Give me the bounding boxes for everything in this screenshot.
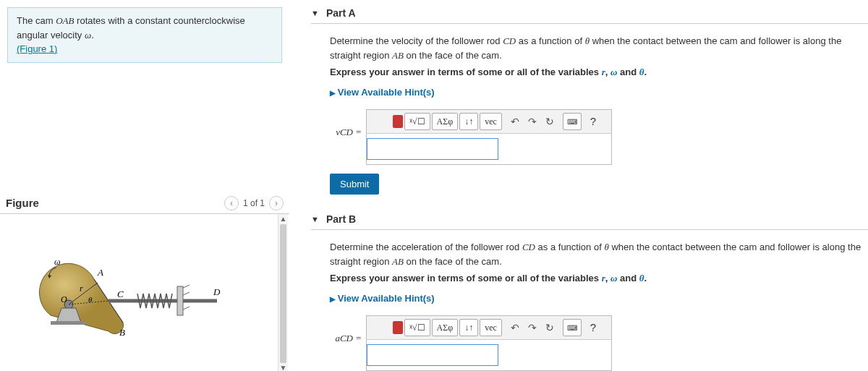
figure-title: Figure bbox=[6, 197, 39, 209]
figure-scrollbar[interactable]: ▲ ▼ bbox=[278, 214, 288, 372]
part-a-header[interactable]: ▼ Part A bbox=[311, 0, 868, 24]
label-C: C bbox=[117, 289, 124, 299]
label-D: D bbox=[213, 286, 221, 297]
figure-prev-button[interactable]: ‹ bbox=[224, 196, 239, 210]
sqrt-button[interactable]: ᵡ√☐ bbox=[404, 113, 430, 130]
label-A: A bbox=[97, 267, 103, 278]
svg-line-9 bbox=[183, 307, 190, 310]
problem-statement: The cam OAB rotates with a constant coun… bbox=[7, 7, 282, 63]
reset-button[interactable]: ↻ bbox=[545, 320, 554, 336]
label-r: r bbox=[80, 283, 83, 294]
redo-button[interactable]: ↷ bbox=[528, 114, 537, 129]
part-a-body: Determine the velocity of the follower r… bbox=[311, 24, 868, 206]
scroll-up-icon[interactable]: ▲ bbox=[278, 214, 288, 224]
help-button[interactable]: ? bbox=[590, 320, 596, 336]
part-a-hints-link[interactable]: View Available Hint(s) bbox=[330, 87, 435, 98]
greek-button[interactable]: ΑΣφ bbox=[432, 113, 459, 130]
label-O: O bbox=[61, 294, 67, 304]
svg-line-7 bbox=[183, 292, 190, 295]
template-icon[interactable] bbox=[393, 115, 403, 128]
part-b-toolbar: ᵡ√☐ ΑΣφ ↓↑ vec ↶ ↷ ↻ ⌨ ? bbox=[367, 316, 611, 340]
keyboard-button[interactable]: ⌨ bbox=[563, 113, 582, 130]
greek-button[interactable]: ΑΣφ bbox=[432, 319, 459, 336]
reset-button[interactable]: ↻ bbox=[545, 114, 554, 129]
caret-down-icon: ▼ bbox=[311, 9, 319, 17]
problem-OAB: OAB bbox=[56, 15, 74, 26]
label-omega: ω bbox=[54, 257, 60, 267]
scroll-down-icon[interactable]: ▼ bbox=[278, 363, 288, 372]
part-a-submit-button[interactable]: Submit bbox=[330, 174, 379, 195]
sqrt-button[interactable]: ᵡ√☐ bbox=[404, 319, 430, 336]
part-a-toolbar: ᵡ√☐ ΑΣφ ↓↑ vec ↶ ↷ ↻ ⌨ ? bbox=[367, 110, 611, 134]
label-theta: θ bbox=[88, 295, 93, 304]
figure-area: ω A O r θ B C D ▲ ▼ bbox=[0, 214, 289, 372]
problem-omega: ω bbox=[85, 30, 91, 40]
part-b-hints-link[interactable]: View Available Hint(s) bbox=[330, 293, 435, 304]
template-icon[interactable] bbox=[393, 321, 403, 334]
problem-text: The cam bbox=[17, 15, 56, 26]
vec-button[interactable]: vec bbox=[480, 113, 502, 130]
part-b-answer-input[interactable] bbox=[367, 344, 498, 366]
redo-button[interactable]: ↷ bbox=[528, 320, 537, 336]
part-b-body: Determine the acceleration of the follow… bbox=[311, 230, 868, 371]
part-a-answer-label: vCD = bbox=[330, 125, 366, 140]
figure-nav-label: 1 of 1 bbox=[243, 198, 265, 208]
help-button[interactable]: ? bbox=[590, 114, 596, 130]
undo-button[interactable]: ↶ bbox=[511, 320, 519, 336]
svg-rect-5 bbox=[177, 286, 183, 315]
cam-diagram: ω A O r θ B C D bbox=[29, 243, 246, 344]
keyboard-button[interactable]: ⌨ bbox=[563, 319, 582, 336]
svg-rect-10 bbox=[51, 321, 87, 325]
vec-button[interactable]: vec bbox=[480, 319, 502, 336]
part-b-answer-box: ᵡ√☐ ΑΣφ ↓↑ vec ↶ ↷ ↻ ⌨ ? bbox=[366, 315, 612, 371]
subsup-button[interactable]: ↓↑ bbox=[459, 319, 478, 336]
part-b-answer-label: aCD = bbox=[330, 331, 366, 346]
part-a-answer-box: ᵡ√☐ ΑΣφ ↓↑ vec ↶ ↷ ↻ ⌨ ? bbox=[366, 109, 612, 165]
part-a-title: Part A bbox=[326, 7, 356, 19]
undo-button[interactable]: ↶ bbox=[511, 114, 519, 129]
subsup-button[interactable]: ↓↑ bbox=[459, 113, 478, 130]
figure-header: Figure ‹ 1 of 1 › bbox=[0, 193, 289, 214]
part-a-answer-input[interactable] bbox=[367, 138, 498, 160]
part-b-title: Part B bbox=[326, 213, 356, 225]
part-b-header[interactable]: ▼ Part B bbox=[311, 206, 868, 230]
scroll-thumb[interactable] bbox=[280, 224, 286, 363]
figure-link[interactable]: (Figure 1) bbox=[17, 43, 57, 54]
caret-down-icon: ▼ bbox=[311, 215, 319, 223]
figure-next-button[interactable]: › bbox=[269, 196, 284, 210]
svg-line-6 bbox=[183, 285, 190, 288]
label-B: B bbox=[119, 327, 125, 338]
